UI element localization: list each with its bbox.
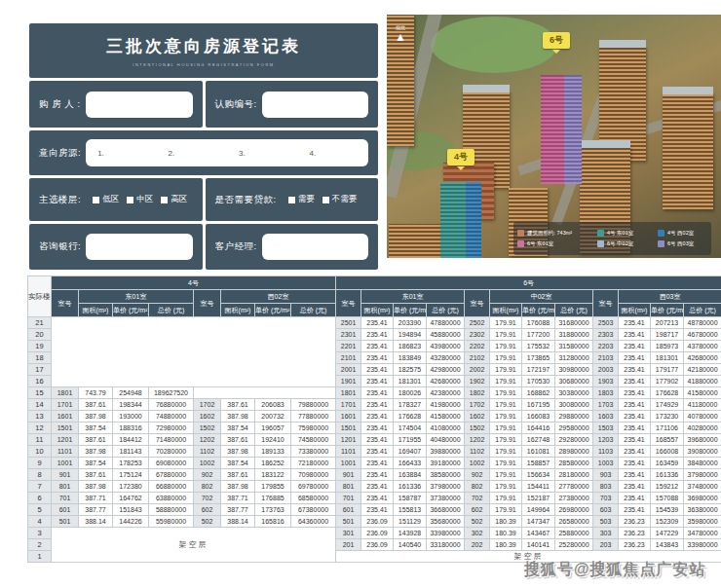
cell-area: 236.23 (619, 528, 651, 539)
cell-unit-price: 144226 (113, 516, 149, 528)
col-metric: 总价 (元) (291, 304, 336, 317)
watermark: 搜狐号@搜狐焦点广安站 (524, 560, 706, 580)
cell-floor: 16 (28, 376, 52, 387)
legend-label: 建筑面积约: 743m² (527, 230, 572, 237)
cell-total-price: 39180000 (427, 458, 465, 469)
checkbox-icon[interactable] (93, 197, 99, 203)
cell-total-price: 47880000 (427, 317, 465, 329)
cell-room-no: 502 (194, 516, 221, 528)
cell-total-price: 29280000 (555, 434, 593, 446)
cell-room-no: 903 (593, 469, 619, 481)
cell-unit-price: 181143 (113, 446, 149, 458)
cell-area: 179.91 (490, 387, 522, 399)
cell-area: 179.91 (490, 423, 522, 434)
code-input[interactable] (262, 92, 368, 118)
checkbox-icon[interactable] (288, 197, 295, 203)
cell-total-price: 26580000 (555, 516, 593, 528)
cell-unit-price: 165816 (255, 516, 291, 528)
col-room: 室号 (465, 290, 490, 317)
loan-label: 是否需要贷款: (206, 194, 277, 206)
cell-unit-price: 170530 (522, 376, 555, 387)
form-subtitle: INTENTIONAL HOUSING REGISTRATION FORM (133, 62, 274, 67)
table-row: 151801743.792549481896275201801235.41180… (28, 387, 721, 399)
cell-total-price: 38580000 (427, 469, 465, 481)
price-table-wrap: 实际楼层 4号 6号 室号 东01室 室号 西02室 室号 东01室 室号 中0… (27, 276, 721, 563)
form-title: 三批次意向房源登记表 (106, 35, 301, 57)
col-metric: 面积(m²) (490, 304, 522, 317)
cell-floor: 17 (28, 364, 52, 376)
cell-total-price: 70280000 (149, 446, 194, 458)
cell-unit-price: 162748 (522, 434, 555, 446)
legend-item: 4号 西02室 (658, 230, 712, 237)
cell-room-no: 1803 (593, 387, 619, 399)
cell-unit-price: 143928 (394, 528, 427, 539)
bank-input[interactable] (86, 234, 192, 260)
cell-room-no: 1602 (194, 411, 221, 423)
cell-unit-price: 167195 (522, 399, 555, 411)
checkbox-icon[interactable] (323, 197, 329, 203)
cell-unit-price: 192410 (255, 434, 291, 446)
cell-room-no: 901 (52, 469, 79, 481)
legend-item: 4号 东01室 (597, 230, 658, 237)
cell-empty-block (194, 387, 336, 399)
cell-room-no: 503 (593, 516, 619, 528)
cell-floor: 8 (28, 469, 52, 481)
cell-area: 235.41 (619, 458, 651, 469)
table-row: 131601387.98193000748800001602387.982007… (28, 411, 721, 423)
manager-input[interactable] (262, 234, 368, 260)
cell-unit-price: 157088 (651, 493, 684, 504)
cell-total-price: 67380000 (291, 504, 336, 516)
cell-unit-price: 186823 (394, 341, 427, 352)
loan-option: 需要 (298, 194, 315, 205)
cell-area: 236.09 (361, 528, 394, 539)
cell-room-no: 1103 (593, 446, 619, 458)
cell-room-no: 2001 (336, 364, 361, 376)
cell-room-no: 2501 (336, 317, 361, 329)
cell-area: 235.41 (361, 387, 394, 399)
cell-unit-price: 154539 (651, 504, 684, 516)
cell-area: 387.77 (79, 504, 113, 516)
loan-options: 需要不需要 (281, 194, 358, 205)
cell-unit-price: 182575 (394, 364, 427, 376)
cell-unit-price: 186252 (255, 458, 291, 469)
cell-area: 235.41 (619, 434, 651, 446)
checkbox-icon[interactable] (127, 197, 133, 203)
cell-total-price: 26980000 (555, 504, 593, 516)
cell-unit-price: 194894 (394, 329, 427, 341)
legend-item: 建筑面积约: 743m² (517, 230, 597, 237)
cell-room-no: 1201 (336, 434, 361, 446)
cell-area: 180.39 (490, 528, 522, 539)
col-metric: 单价 (元/m²) (394, 304, 427, 317)
cell-unit-price: 151843 (113, 504, 149, 516)
cell-room-no: 2101 (336, 352, 361, 364)
cell-room-no: 302 (465, 528, 490, 539)
cell-room-no: 1702 (465, 399, 490, 411)
cell-unit-price: 188316 (113, 423, 149, 434)
buyer-label: 购 房 人 : (29, 98, 81, 111)
col-metric: 总价 (元) (427, 304, 465, 317)
cell-area: 235.41 (619, 423, 651, 434)
buyer-input[interactable] (86, 92, 193, 118)
cell-floor: 6 (28, 493, 52, 504)
cell-floor: 20 (28, 329, 52, 341)
cell-floor: 10 (28, 446, 52, 458)
col-metric: 面积(m²) (619, 304, 651, 317)
cell-total-price: 70980000 (291, 469, 336, 481)
cell-floor: 21 (28, 317, 52, 329)
cell-total-price: 40780000 (684, 411, 721, 423)
cell-floor: 9 (28, 458, 52, 469)
cell-area: 235.41 (619, 493, 651, 504)
cell-total-price: 74880000 (149, 411, 194, 423)
cell-room-no: 301 (336, 528, 361, 539)
cell-unit-price: 189133 (255, 446, 291, 458)
checkbox-icon[interactable] (161, 197, 168, 203)
intent-option: 2. (157, 149, 227, 158)
col-metric: 面积(m²) (361, 304, 394, 317)
cell-area: 387.98 (221, 446, 255, 458)
cell-total-price: 69780000 (291, 481, 336, 493)
cell-unit-price: 174929 (651, 399, 684, 411)
table-row: 8901387.6117512467880000902387.611831227… (28, 469, 721, 481)
cell-area: 236.09 (361, 539, 394, 551)
intent-input[interactable]: 1.2.3.4. (86, 139, 368, 166)
cell-area: 388.14 (79, 516, 113, 528)
